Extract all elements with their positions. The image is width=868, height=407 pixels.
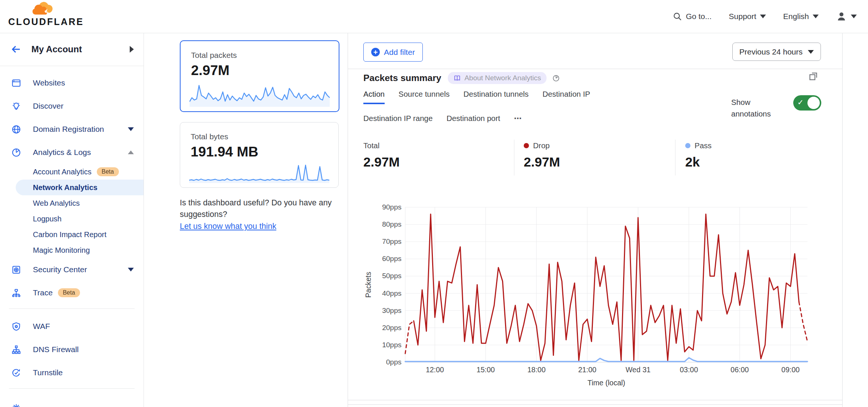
about-pill-label: About Network Analytics bbox=[464, 74, 541, 82]
svg-text:10pps: 10pps bbox=[382, 341, 401, 349]
card-value: 191.94 MB bbox=[191, 144, 338, 160]
feedback-question: Is this dashboard useful? Do you have an… bbox=[180, 197, 343, 220]
support-label: Support bbox=[729, 12, 757, 21]
feedback-link[interactable]: Let us know what you think bbox=[180, 221, 276, 232]
cloudflare-cloud-icon bbox=[29, 1, 55, 17]
account-menu[interactable] bbox=[836, 11, 857, 22]
tab-destination-ip[interactable]: Destination IP bbox=[542, 90, 590, 104]
sidebar-item-trace[interactable]: TraceBeta bbox=[0, 281, 144, 304]
tab-destination-tunnels[interactable]: Destination tunnels bbox=[464, 90, 529, 104]
about-network-analytics-pill[interactable]: About Network Analytics bbox=[448, 72, 547, 84]
sidebar-item-label: DNS Firewall bbox=[33, 345, 79, 354]
chevron-down-icon bbox=[851, 15, 857, 18]
sidebar-item-analytics-logs[interactable]: Analytics & Logs bbox=[0, 141, 144, 164]
sidebar-item-domain-registration[interactable]: Domain Registration bbox=[0, 118, 144, 141]
sidebar-nav: WebsitesDiscoverDomain RegistrationAnaly… bbox=[0, 66, 144, 407]
goto-search[interactable]: Go to... bbox=[672, 12, 712, 21]
panel-divider bbox=[348, 69, 842, 69]
account-header[interactable]: My Account bbox=[0, 33, 144, 66]
toggle-knob bbox=[807, 97, 820, 109]
sidebar-item-account-analytics[interactable]: Account AnalyticsBeta bbox=[0, 164, 144, 180]
logo-text: CLOUDFLARE bbox=[8, 16, 76, 27]
chevron-down-icon bbox=[128, 127, 134, 131]
tab-destination-ip-range[interactable]: Destination IP range bbox=[363, 114, 433, 127]
sidebar-item-waf[interactable]: WAF bbox=[0, 315, 144, 338]
sidebar-item-logpush[interactable]: Logpush bbox=[0, 211, 144, 227]
sidebar-item-label: Network Analytics bbox=[33, 183, 98, 192]
trace-icon bbox=[11, 288, 21, 298]
time-range-dropdown[interactable]: Previous 24 hours bbox=[732, 43, 821, 61]
stat-value: 2.97M bbox=[363, 155, 400, 170]
chevron-down-icon bbox=[813, 15, 819, 18]
total-packets-card[interactable]: Total packets 2.97M bbox=[180, 40, 339, 112]
legend-dot bbox=[524, 143, 529, 148]
expand-panel-icon[interactable] bbox=[808, 71, 818, 83]
sidebar-item-security-center[interactable]: Security Center bbox=[0, 258, 144, 281]
tab-destination-port[interactable]: Destination port bbox=[446, 114, 500, 127]
card-value: 2.97M bbox=[191, 63, 339, 78]
sidebar-item-magic-monitoring[interactable]: Magic Monitoring bbox=[0, 242, 144, 258]
sidebar-item-label: WAF bbox=[33, 322, 50, 331]
dimension-tabs: ActionSource tunnelsDestination tunnelsD… bbox=[363, 90, 662, 127]
sidebar-divider bbox=[9, 308, 135, 309]
total-bytes-card[interactable]: Total bytes 191.94 MB bbox=[180, 122, 339, 188]
sidebar-item-partial[interactable] bbox=[0, 395, 144, 407]
cloudflare-logo[interactable]: CLOUDFLARE bbox=[8, 1, 76, 27]
sidebar: My Account WebsitesDiscoverDomain Regist… bbox=[0, 33, 144, 407]
burst-icon bbox=[11, 404, 21, 407]
panel-title: Packets summary bbox=[363, 73, 441, 83]
tab-more[interactable]: ⋯ bbox=[514, 114, 523, 127]
svg-text:40pps: 40pps bbox=[382, 289, 401, 297]
svg-text:70pps: 70pps bbox=[382, 237, 401, 245]
svg-text:60pps: 60pps bbox=[382, 255, 401, 262]
security-center-icon bbox=[11, 265, 21, 275]
sidebar-item-websites[interactable]: Websites bbox=[0, 71, 144, 94]
show-annotations-toggle[interactable]: ✓ bbox=[793, 95, 821, 111]
stat-value: 2.97M bbox=[524, 155, 560, 170]
svg-text:09:00: 09:00 bbox=[781, 366, 800, 374]
turnstile-icon bbox=[11, 368, 21, 378]
sidebar-item-label: Magic Monitoring bbox=[33, 246, 90, 255]
legend-dot bbox=[685, 143, 690, 148]
svg-text:30pps: 30pps bbox=[382, 307, 401, 314]
svg-text:06:00: 06:00 bbox=[730, 366, 749, 374]
chevron-down-icon bbox=[808, 50, 814, 54]
sidebar-item-discover[interactable]: Discover bbox=[0, 94, 144, 118]
sidebar-item-label: Logpush bbox=[33, 215, 62, 223]
sidebar-item-dns-firewall[interactable]: DNS Firewall bbox=[0, 338, 144, 361]
sidebar-item-turnstile[interactable]: Turnstile bbox=[0, 361, 144, 384]
sidebar-item-label: Carbon Impact Report bbox=[33, 230, 107, 239]
show-annotations-label: Show annotations bbox=[731, 96, 784, 119]
back-arrow-icon[interactable] bbox=[10, 44, 22, 55]
discover-icon bbox=[11, 101, 21, 111]
svg-text:Packets: Packets bbox=[365, 272, 372, 298]
next-panel-top-border bbox=[348, 404, 842, 405]
packets-sparkline bbox=[190, 83, 330, 107]
globe-icon bbox=[11, 124, 21, 134]
sidebar-item-label: Trace bbox=[33, 288, 53, 297]
packets-time-series-chart[interactable]: 0pps10pps20pps30pps40pps50pps60pps70pps8… bbox=[365, 202, 827, 388]
stat-divider bbox=[514, 140, 514, 175]
sidebar-item-carbon-impact-report[interactable]: Carbon Impact Report bbox=[0, 227, 144, 242]
stat-drop: Drop2.97M bbox=[524, 141, 560, 170]
tab-action[interactable]: Action bbox=[363, 90, 385, 104]
card-title: Total bytes bbox=[191, 132, 338, 141]
language-label: English bbox=[783, 12, 809, 21]
chevron-right-icon[interactable] bbox=[130, 46, 134, 53]
sidebar-item-web-analytics[interactable]: Web Analytics bbox=[0, 195, 144, 211]
svg-text:0pps: 0pps bbox=[386, 358, 401, 366]
data-latency-icon[interactable] bbox=[552, 74, 560, 82]
support-menu[interactable]: Support bbox=[729, 12, 766, 21]
add-filter-button[interactable]: + Add filter bbox=[363, 43, 423, 62]
chevron-up-icon bbox=[128, 150, 134, 154]
chevron-down-icon bbox=[760, 15, 766, 18]
tab-source-tunnels[interactable]: Source tunnels bbox=[398, 90, 450, 104]
check-icon: ✓ bbox=[797, 98, 804, 107]
language-menu[interactable]: English bbox=[783, 12, 819, 21]
sidebar-item-label: Discover bbox=[33, 102, 64, 111]
sidebar-item-label: Turnstile bbox=[33, 368, 63, 377]
sidebar-item-network-analytics[interactable]: Network Analytics bbox=[16, 180, 144, 195]
analytics-icon bbox=[11, 147, 21, 158]
stats-row: Total2.97MDrop2.97MPass2k bbox=[348, 139, 842, 176]
svg-text:Time (local): Time (local) bbox=[587, 379, 625, 387]
